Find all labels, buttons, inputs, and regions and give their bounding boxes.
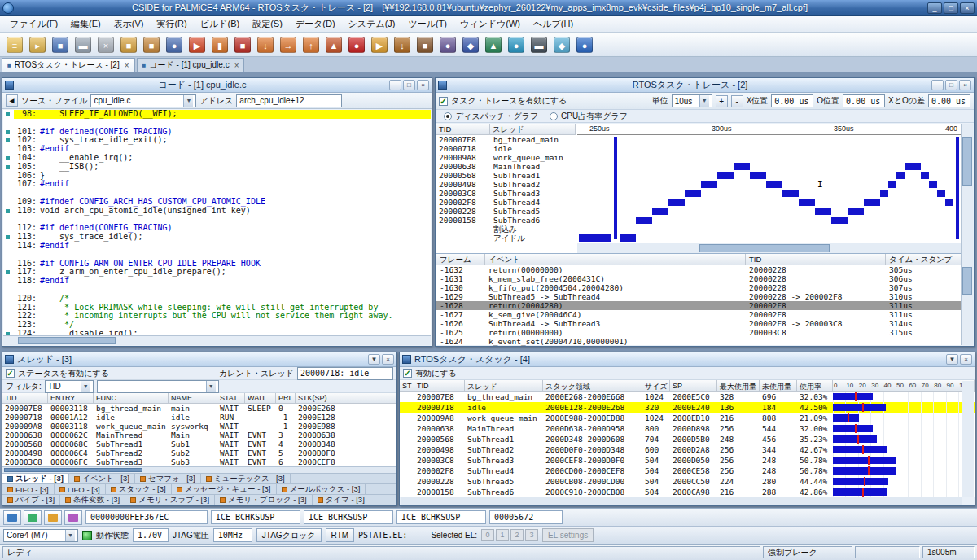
close-icon[interactable]: ×: [123, 61, 129, 70]
pin-icon[interactable]: ▼: [946, 354, 958, 365]
stack-table-row[interactable]: 20000568SubThread12000D348-2000D60870420…: [400, 434, 975, 444]
code-line[interactable]: 118:#endif: [3, 277, 431, 286]
code-line[interactable]: [3, 286, 431, 295]
panel-close-icon[interactable]: ×: [960, 354, 972, 365]
menu-item-9[interactable]: ツール(T): [401, 15, 453, 33]
search-button[interactable]: ●: [164, 34, 185, 55]
event-column-header[interactable]: TID: [746, 254, 886, 265]
panel-tab-1-4[interactable]: ミューテックス - [3]: [201, 474, 291, 483]
event-column-header[interactable]: イベント: [485, 254, 746, 265]
panel-maximize-icon[interactable]: □: [945, 80, 957, 90]
doc-tab-2[interactable]: ■コード - [1] cpu_idle.c×: [137, 58, 245, 72]
event-row[interactable]: -1625return(00000000)200003C8315us: [436, 328, 973, 337]
stack-enable-checkbox[interactable]: ✓: [403, 369, 412, 378]
menu-item-8[interactable]: システム(J): [342, 15, 402, 33]
panel-close-icon[interactable]: ×: [959, 80, 971, 90]
thread-table-row[interactable]: 200009A800003118work_queue_mainsysworkqW…: [2, 422, 396, 431]
cpu-usage-graph-radio[interactable]: CPU占有率グラフ: [550, 111, 628, 122]
panel-tab-2-4[interactable]: メッセージ・キュー - [3]: [172, 484, 277, 494]
run-to-cursor-button[interactable]: ▶: [369, 34, 390, 55]
panel-tab-3-4[interactable]: メモリ・ブロック - [3]: [215, 495, 313, 505]
menu-item-2[interactable]: 編集(E): [64, 15, 107, 33]
core-select[interactable]: Core4 (M7) ▼: [3, 529, 78, 542]
step-out-button[interactable]: ↑: [300, 34, 322, 55]
maximize-button[interactable]: □: [944, 2, 958, 14]
stack-table-row[interactable]: 200002F8SubThread42000CD00-2000CEF850420…: [400, 466, 975, 476]
o-pos-field[interactable]: 0.00 us: [843, 94, 885, 107]
address-field[interactable]: arch_cpu_idle+12: [236, 94, 342, 107]
code-line[interactable]: 107:#endif: [3, 180, 431, 189]
code-hscrollbar[interactable]: [3, 335, 431, 345]
graph-thread-row[interactable]: 200009A8work_queue_main: [436, 153, 576, 162]
breakpoint-dot[interactable]: [6, 138, 10, 142]
stack-column-header[interactable]: 最大使用量: [717, 380, 760, 392]
stack-table-row[interactable]: 20000718idle2000E128-2000E2683202000E240…: [400, 402, 975, 413]
stack-column-header[interactable]: 未使用量: [760, 380, 797, 392]
doc-tab-1[interactable]: ■RTOSタスク・トレース - [2]×: [2, 58, 135, 72]
paste-button[interactable]: ■: [141, 34, 162, 55]
back-button[interactable]: ◄: [6, 94, 18, 107]
code-line[interactable]: 123: */: [3, 321, 431, 330]
scroll-thumb[interactable]: [699, 244, 830, 252]
menu-item-1[interactable]: ファイル(F): [3, 15, 64, 33]
stack-vscrollbar[interactable]: [962, 381, 974, 497]
close-button[interactable]: ×: [960, 2, 975, 14]
dispatch-graph[interactable]: TID スレッド 200007E8bg_thread_main20000718i…: [436, 124, 973, 254]
graph-hscrollbar[interactable]: [577, 243, 961, 253]
stack-column-header[interactable]: SP: [670, 380, 717, 392]
stack-column-header[interactable]: TID: [414, 380, 465, 392]
code-line[interactable]: 121: * Lock PRIMASK while sleeping: wfe …: [3, 304, 431, 313]
event-row[interactable]: -1628return(20004280)200002F8311us: [436, 301, 973, 310]
menu-item-4[interactable]: 実行(R): [150, 15, 193, 33]
event-vscrollbar[interactable]: [961, 254, 973, 345]
pause-button[interactable]: ▮: [209, 34, 230, 55]
code-line[interactable]: 120: /*: [3, 295, 431, 304]
step-over-button[interactable]: →: [278, 34, 299, 55]
reset-button[interactable]: ▲: [323, 34, 344, 55]
stack-table-row[interactable]: 20000228SubThread52000CB08-2000CD0050420…: [400, 476, 975, 487]
thread-column-header[interactable]: WAIT: [245, 393, 276, 404]
breakpoint-dot[interactable]: [6, 209, 10, 213]
scroll-thumb[interactable]: [4, 468, 142, 472]
code-editor[interactable]: 98: SLEEP_IF_ALLOWED(__WFI);101:#if defi…: [3, 110, 431, 335]
event-row[interactable]: -1626SubThread4 -> SubThread3200002F8 ->…: [436, 319, 973, 328]
thread-column-header[interactable]: ENTRY: [48, 393, 94, 404]
graph-thread-row[interactable]: 20000498SubThread2: [436, 180, 576, 189]
jtag-clock-button[interactable]: JTAGクロック: [256, 528, 322, 542]
event-row[interactable]: -1627k_sem_give(200046C4)200002F8311us: [436, 310, 973, 319]
menu-item-7[interactable]: データ(D): [289, 15, 342, 33]
code-line[interactable]: 104: __enable_irq();: [3, 154, 431, 163]
event-row[interactable]: -1630k_fifo_put(20004504,20004280)200002…: [436, 283, 973, 292]
code-line[interactable]: 98: SLEEP_IF_ALLOWED(__WFI);: [3, 110, 431, 119]
el-button-0[interactable]: 0: [481, 529, 494, 541]
breakpoint-dot[interactable]: [6, 112, 10, 116]
status-enable-checkbox[interactable]: ✓: [6, 369, 15, 378]
graph-vscrollbar[interactable]: [961, 124, 973, 254]
code-line[interactable]: 116:#if CONFIG_ARM_ON_ENTER_CPU_IDLE_PRE…: [3, 260, 431, 269]
chart-button[interactable]: ▲: [483, 34, 504, 55]
xo-diff-field[interactable]: 0.00 us: [928, 94, 970, 107]
watch-button[interactable]: ●: [437, 34, 458, 55]
print-button[interactable]: ▬: [72, 34, 94, 55]
event-column-header[interactable]: タイム・スタンプ: [886, 254, 973, 265]
zoom-out-button[interactable]: -: [731, 95, 743, 107]
step-in-button[interactable]: ↓: [255, 34, 276, 55]
thread-column-header[interactable]: TID: [2, 393, 48, 404]
stack-column-header[interactable]: サイズ: [642, 380, 670, 392]
event-row[interactable]: -1631k_mem_slab_free(2000431C)2000022830…: [436, 274, 973, 283]
thread-column-header[interactable]: STAT: [217, 393, 245, 404]
thread-hscrollbar[interactable]: [2, 466, 396, 473]
graph-thread-row[interactable]: 20000718idle: [436, 144, 576, 153]
event-row[interactable]: -1629SubThread5 -> SubThread420000228 ->…: [436, 292, 973, 301]
scroll-thumb[interactable]: [962, 137, 972, 186]
filter-select[interactable]: TID ▼: [45, 380, 94, 393]
thread-table-row[interactable]: 200006380000062CMainThreadMainWAITEVNT32…: [2, 431, 396, 440]
stack-table-row[interactable]: 200003C8SubThread32000CEF8-2000D0F050420…: [400, 455, 975, 466]
stack-table-row[interactable]: 200009A8work_queue_main2000E988-2000ED88…: [400, 413, 975, 423]
panel-minimize-icon[interactable]: ─: [931, 80, 944, 90]
code-line[interactable]: 102: sys_trace_idle_exit();: [3, 136, 431, 145]
new-window-button[interactable]: ≡: [4, 34, 25, 55]
code-line[interactable]: 122: * incoming interrupts but the CPU w…: [3, 312, 431, 321]
run-button[interactable]: ▶: [186, 34, 208, 55]
el-button-1[interactable]: 1: [496, 529, 509, 541]
